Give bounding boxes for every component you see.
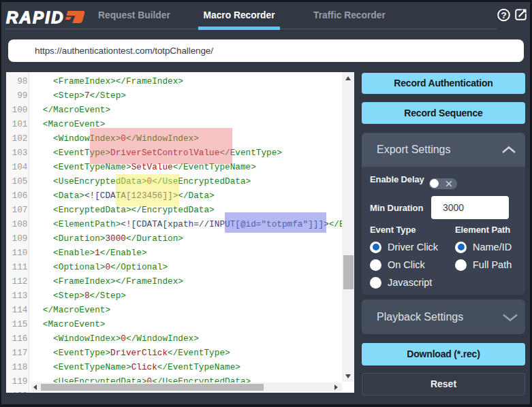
svg-text:?: ? bbox=[501, 10, 507, 20]
